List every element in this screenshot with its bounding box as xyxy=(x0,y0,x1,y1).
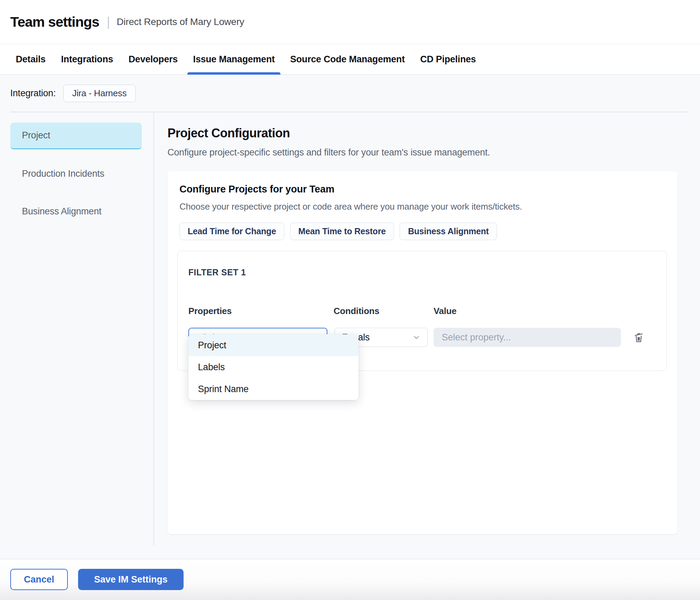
sidebar-item-production-incidents[interactable]: Production Incidents xyxy=(10,160,142,187)
chip-lead-time-for-change[interactable]: Lead Time for Change xyxy=(179,223,284,240)
filter-set-title: FILTER SET 1 xyxy=(188,267,246,277)
value-input[interactable] xyxy=(434,328,621,347)
chip-business-alignment[interactable]: Business Alignment xyxy=(400,223,497,240)
delete-filter-button[interactable] xyxy=(630,329,647,346)
chevron-down-icon xyxy=(412,333,421,341)
sidebar-item-business-alignment[interactable]: Business Alignment xyxy=(10,198,142,225)
tab-issue-management[interactable]: Issue Management xyxy=(188,44,280,74)
footer-action-bar: Cancel Save IM Settings xyxy=(0,559,700,600)
column-label-conditions: Conditions xyxy=(334,306,379,316)
sidebar-item-project[interactable]: Project xyxy=(10,123,142,149)
metric-chips: Lead Time for Change Mean Time to Restor… xyxy=(179,223,497,240)
tab-label: Source Code Management xyxy=(290,54,405,65)
page-header: Team settings | Direct Reports of Mary L… xyxy=(0,0,700,44)
tab-integrations[interactable]: Integrations xyxy=(55,44,118,74)
tab-source-code-management[interactable]: Source Code Management xyxy=(285,44,410,74)
tab-cd-pipelines[interactable]: CD Pipelines xyxy=(415,44,482,74)
tab-label: Developers xyxy=(128,54,178,65)
active-tab-underline xyxy=(187,72,280,75)
section-title: Project Configuration xyxy=(167,126,290,140)
dropdown-option-project[interactable]: Project xyxy=(188,334,359,356)
card-description: Choose your respective project or code a… xyxy=(179,201,522,212)
page-subtitle: Direct Reports of Mary Lowery xyxy=(117,16,244,27)
sidebar-divider xyxy=(153,112,154,545)
column-label-value: Value xyxy=(434,306,457,316)
integration-chip[interactable]: Jira - Harness xyxy=(63,85,136,102)
tab-label: Details xyxy=(16,54,46,65)
dropdown-option-labels[interactable]: Labels xyxy=(188,356,359,378)
trash-icon xyxy=(633,331,645,343)
card-title: Configure Projects for your Team xyxy=(179,184,334,195)
column-label-properties: Properties xyxy=(188,306,232,316)
section-description: Configure project-specific settings and … xyxy=(167,147,490,158)
team-settings-page: Team settings | Direct Reports of Mary L… xyxy=(0,0,700,600)
integration-label: Integration: xyxy=(10,88,56,99)
tab-bar: Details Integrations Developers Issue Ma… xyxy=(0,44,700,75)
settings-sidebar: Project Production Incidents Business Al… xyxy=(10,123,142,236)
properties-dropdown-menu: Project Labels Sprint Name xyxy=(188,334,359,400)
tab-label: Issue Management xyxy=(193,54,275,65)
chip-mean-time-to-restore[interactable]: Mean Time to Restore xyxy=(290,223,394,240)
cancel-button[interactable]: Cancel xyxy=(10,569,68,590)
tab-label: Integrations xyxy=(61,54,113,65)
dropdown-option-sprint-name[interactable]: Sprint Name xyxy=(188,378,359,400)
page-title: Team settings xyxy=(10,14,99,30)
integration-bar: Integration: Jira - Harness xyxy=(0,75,700,112)
integration-divider xyxy=(10,112,688,112)
tab-developers[interactable]: Developers xyxy=(123,44,183,74)
save-im-settings-button[interactable]: Save IM Settings xyxy=(78,569,184,590)
tab-label: CD Pipelines xyxy=(420,54,476,65)
title-separator: | xyxy=(107,15,110,29)
tab-details[interactable]: Details xyxy=(10,44,51,74)
